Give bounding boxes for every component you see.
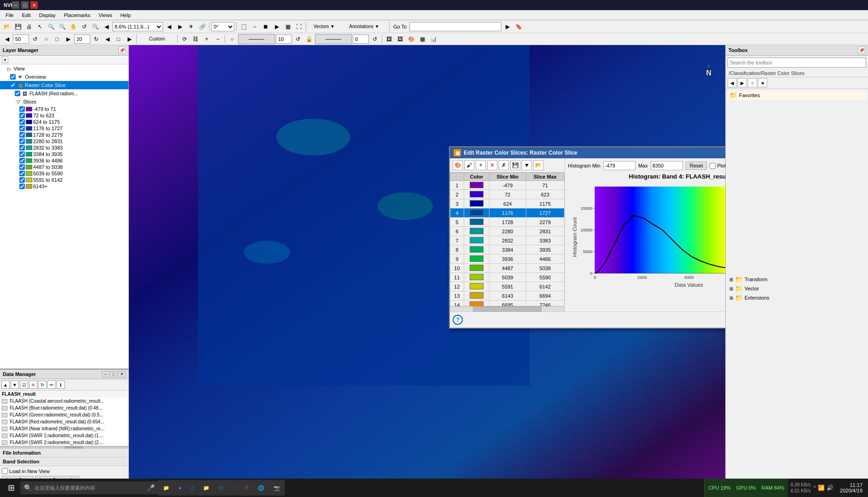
rcs-checkbox[interactable]	[10, 82, 16, 88]
add-slice-button[interactable]: +	[476, 160, 486, 170]
toolbox-star2-btn[interactable]: ★	[758, 78, 767, 87]
taskbar-edge[interactable]: e	[186, 480, 198, 496]
link-button[interactable]: 🔗	[197, 22, 207, 32]
tree-view[interactable]: ▷ View	[0, 64, 128, 73]
goto-input[interactable]	[409, 22, 501, 31]
tb2-value3[interactable]	[276, 35, 292, 44]
toolbox-item-transform[interactable]: ⊞ 📁 Transform	[728, 275, 866, 284]
table-row[interactable]: 12 5591 6142	[450, 282, 565, 291]
tb2-btn2[interactable]: ↺	[30, 34, 40, 44]
list-item[interactable]: FLAASH (Near Infrared (NIR):radiometric_…	[0, 425, 128, 432]
toolbox-item-extensions[interactable]: ⊞ 📁 Extensions	[728, 293, 866, 302]
table-hscroll[interactable]	[450, 306, 565, 312]
zoom-select[interactable]: 8.6% (1:11.6...)	[112, 22, 163, 31]
tb2-refresh3[interactable]: ↺	[370, 34, 380, 44]
list-item[interactable]: FLAASH (Blue:radiometric_result.dat) (0.…	[0, 405, 128, 411]
dm-info[interactable]: ℹ	[57, 381, 65, 389]
table-row[interactable]: 9 3936 4486	[450, 254, 565, 264]
help-button[interactable]: ?	[453, 315, 463, 325]
minimize-button[interactable]: ─	[12, 1, 19, 9]
tb2-chart[interactable]: 📊	[428, 34, 438, 44]
view-expand-icon[interactable]: ▷	[6, 65, 13, 72]
menu-views[interactable]: Views	[95, 12, 116, 19]
list-item[interactable]: 2280 to 2831	[0, 138, 128, 144]
play-button[interactable]: ▶	[272, 22, 282, 32]
dm-close[interactable]: ✕	[118, 371, 126, 377]
tb2-img2[interactable]: 🖼	[395, 34, 405, 44]
taskbar-excel[interactable]: X	[228, 480, 240, 496]
arrow-button[interactable]: →	[250, 22, 260, 32]
layer-manager-pin[interactable]: 📌	[118, 46, 126, 54]
slice1-check[interactable]	[19, 113, 25, 118]
zoom-next[interactable]: ▶	[175, 22, 185, 32]
list-item[interactable]: 6143+	[0, 183, 128, 190]
table-row[interactable]: 2 72 623	[450, 190, 565, 199]
zoom-in-button[interactable]: 🔍	[46, 22, 56, 32]
table-row[interactable]: 4 1176 1727	[450, 208, 565, 218]
annotations-dropdown[interactable]: Annotations ▼	[341, 22, 387, 32]
tray-icon2[interactable]: 📶	[818, 485, 825, 491]
tb2-lock[interactable]: 🔒	[304, 34, 314, 44]
menu-placemarks[interactable]: Placemarks	[60, 12, 94, 19]
tb2-img1[interactable]: 🖼	[384, 34, 394, 44]
list-item[interactable]: 4487 to 5038	[0, 164, 128, 170]
band-selection-section[interactable]: Band Selection	[0, 457, 128, 466]
tb2-chain[interactable]: ⛓	[191, 34, 201, 44]
taskbar-folder2[interactable]: 📁	[198, 480, 214, 496]
list-item[interactable]: 3384 to 3935	[0, 151, 128, 157]
pan-button[interactable]: ✋	[68, 22, 78, 32]
load-slices-button[interactable]: 📂	[533, 160, 543, 170]
color-button[interactable]: 🖌	[464, 160, 474, 170]
back-button[interactable]: ◀	[101, 22, 111, 32]
taskbar-app2[interactable]: 📷	[269, 480, 285, 496]
list-item[interactable]: 1176 to 1727	[0, 125, 128, 132]
close-button[interactable]: ✕	[30, 1, 38, 9]
tb2-refresh2[interactable]: ↺	[293, 34, 303, 44]
reset-button[interactable]: Reset	[686, 162, 707, 170]
tb2-minus[interactable]: −	[213, 34, 223, 44]
tb2-btn9[interactable]: ▶	[124, 34, 134, 44]
slice12-check[interactable]	[19, 184, 25, 189]
taskbar-word[interactable]: W	[214, 480, 228, 496]
tb2-color[interactable]: 🎨	[406, 34, 416, 44]
zoom-prev[interactable]: ◀	[164, 22, 174, 32]
vectors-dropdown[interactable]: Vectors ▼	[308, 22, 340, 32]
table-row[interactable]: 11 5039 5590	[450, 273, 565, 282]
tb2-circle[interactable]: ○	[227, 34, 237, 44]
dm-down[interactable]: ▼	[11, 381, 19, 389]
taskbar-app1[interactable]: 🌐	[253, 480, 269, 496]
slice9-check[interactable]	[19, 164, 25, 170]
table-row[interactable]: 14 6695 7246	[450, 301, 565, 306]
flaash-checkbox[interactable]	[15, 91, 20, 96]
list-item[interactable]: -479 to 71	[0, 106, 128, 112]
load-new-view-label[interactable]: Load in New View	[2, 468, 127, 474]
list-item[interactable]: FLAASH (Red:radiometric_result.dat) (0.6…	[0, 418, 128, 425]
dm-refresh[interactable]: ↻	[38, 381, 47, 389]
table-row[interactable]: 10 4487 5038	[450, 264, 565, 273]
dm-toggle[interactable]: ☑	[20, 381, 28, 389]
slice8-check[interactable]	[19, 158, 25, 163]
list-item[interactable]: FLAASH (SWIR 2:radiometric_result.dat) (…	[0, 439, 128, 446]
tb2-btn7[interactable]: ◀	[102, 34, 112, 44]
dm-minimize[interactable]: ─	[102, 371, 109, 377]
toolbox-star-btn[interactable]: ☆	[748, 78, 757, 87]
taskbar-ppt[interactable]: P	[241, 480, 253, 496]
tb2-btn8[interactable]: □	[113, 34, 123, 44]
list-item[interactable]: 624 to 1175	[0, 119, 128, 125]
rotation-select[interactable]: 0°	[211, 22, 234, 31]
tray-icon1[interactable]: ^	[813, 485, 816, 491]
list-item[interactable]: 3936 to 4486	[0, 157, 128, 164]
table-row[interactable]: 8 3384 3935	[450, 245, 565, 254]
tree-slices[interactable]: ▽ Slices	[0, 98, 128, 106]
layer-button[interactable]: 📋	[239, 22, 249, 32]
tb2-sync[interactable]: ⟳	[180, 34, 190, 44]
plot-controls-checkbox[interactable]	[710, 163, 716, 169]
search-button[interactable]: 🔍	[90, 22, 100, 32]
clear-slices-button[interactable]: ✗	[499, 160, 509, 170]
menu-display[interactable]: Display	[35, 12, 59, 19]
tb2-btn4[interactable]: □	[52, 34, 62, 44]
grid-button[interactable]: ▦	[283, 22, 293, 32]
slice11-check[interactable]	[19, 177, 25, 183]
tb2-value2[interactable]	[74, 35, 90, 44]
start-button[interactable]: ⊞	[2, 480, 20, 496]
